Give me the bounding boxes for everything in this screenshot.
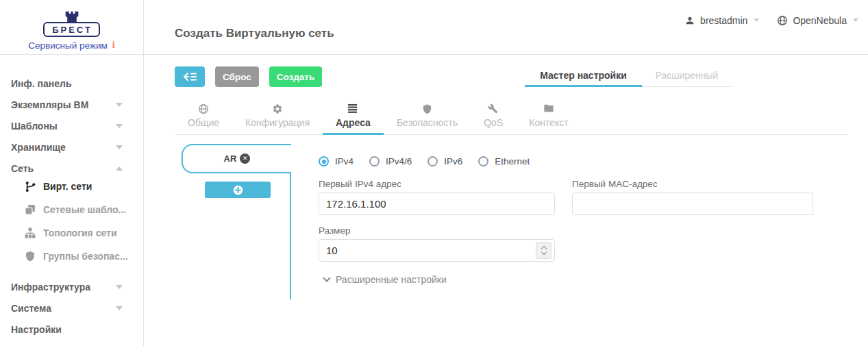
size-label: Размер — [319, 225, 350, 236]
chevron-up-icon — [116, 166, 123, 171]
chevron-down-icon — [116, 124, 123, 128]
sidebar-item-settings[interactable]: Настройки — [0, 319, 143, 340]
first-mac-input[interactable] — [572, 193, 813, 215]
sidebar-item-network-topology[interactable]: Топология сети — [0, 221, 143, 245]
castle-icon — [60, 10, 84, 23]
top-header: Создать Виртуальную сеть brestadmin Open… — [144, 0, 868, 55]
folder-icon — [543, 103, 554, 114]
radio-ethernet[interactable]: Ethernet — [478, 156, 530, 166]
tab-configuration[interactable]: Конфигурация — [232, 101, 323, 135]
list-icon — [347, 103, 358, 114]
shield-icon — [25, 251, 36, 262]
user-area: brestadmin OpenNebula — [684, 15, 858, 26]
chevron-down-icon — [323, 274, 330, 282]
chevron-down-icon — [541, 249, 546, 255]
network-submenu: Вирт. сети Сетевые шабло... Топология се… — [0, 175, 143, 268]
chevron-down-icon — [116, 103, 123, 107]
size-input[interactable] — [319, 239, 555, 262]
sidebar-menu: Инф. панель Экземпляры ВМ Шаблоны Хранил… — [0, 55, 143, 340]
wizard-mode-tabs: Мастер настройки Расширенный — [525, 66, 732, 87]
chevron-down-icon — [754, 18, 759, 22]
back-to-list-button[interactable] — [175, 66, 205, 87]
brest-logo: БРЕСТ — [43, 22, 100, 37]
sidebar-item-dashboard[interactable]: Инф. панель — [0, 73, 143, 94]
radio-ipv4-6[interactable]: IPv4/6 — [369, 156, 412, 166]
create-button[interactable]: Создать — [269, 66, 323, 87]
size-stepper[interactable] — [536, 242, 551, 259]
layers-icon — [25, 204, 36, 216]
ar-tab-label: AR — [224, 153, 237, 164]
sidebar-item-vm-instances[interactable]: Экземпляры ВМ — [0, 94, 143, 115]
chevron-down-icon — [853, 18, 858, 22]
info-icon[interactable]: i — [112, 40, 115, 51]
add-address-range-button[interactable] — [205, 182, 271, 198]
user-menu[interactable]: brestadmin — [684, 15, 759, 26]
sidebar-item-network-templates[interactable]: Сетевые шабло... — [0, 198, 143, 221]
shield-icon — [422, 103, 433, 114]
tab-advanced[interactable]: Расширенный — [642, 66, 732, 87]
user-menu-label: brestadmin — [700, 15, 747, 26]
service-mode: Сервисный режим i — [28, 40, 114, 51]
sidebar-item-system[interactable]: Система — [0, 297, 143, 319]
sidebar-item-storage[interactable]: Хранилище — [0, 136, 143, 158]
brand-block: БРЕСТ Сервисный режим i — [0, 0, 143, 55]
reset-button[interactable]: Сброс — [215, 66, 259, 87]
radio-ipv4-control[interactable] — [319, 156, 329, 166]
zone-menu[interactable]: OpenNebula — [777, 15, 858, 26]
advanced-settings-label: Расширенные настройки — [336, 274, 447, 285]
tab-addresses[interactable]: Адреса — [323, 101, 384, 135]
sidebar-item-infrastructure[interactable]: Инфраструктура — [0, 276, 143, 297]
ar-panel-divider — [290, 172, 291, 299]
chevron-down-icon — [116, 306, 123, 310]
address-type-options: IPv4 IPv4/6 IPv6 Ethernet — [319, 156, 530, 166]
tab-general[interactable]: Общие — [175, 101, 232, 135]
sitemap-icon — [25, 227, 36, 239]
gear-icon — [272, 103, 283, 114]
sidebar-item-virtual-networks[interactable]: Вирт. сети — [0, 175, 143, 198]
branch-icon — [25, 181, 36, 193]
radio-ipv4-6-control[interactable] — [369, 156, 380, 166]
plus-circle-icon — [233, 185, 243, 195]
globe-icon — [198, 103, 209, 114]
form-toolbar: Сброс Создать — [175, 66, 332, 87]
radio-ipv6-control[interactable] — [427, 156, 438, 166]
radio-ethernet-control[interactable] — [478, 156, 488, 166]
chevron-down-icon — [116, 285, 123, 289]
user-icon — [684, 15, 695, 26]
sidebar-item-templates[interactable]: Шаблоны — [0, 115, 143, 136]
sidebar-item-security-groups[interactable]: Группы безопас... — [0, 245, 143, 268]
first-ipv4-input[interactable] — [319, 193, 555, 215]
section-tabs: Общие Конфигурация Адреса Безопасность — [175, 101, 847, 135]
close-icon[interactable]: ✕ — [240, 153, 250, 164]
tab-qos[interactable]: QoS — [471, 101, 516, 135]
service-mode-label: Сервисный режим — [28, 40, 107, 51]
arrow-left-list-icon — [182, 72, 197, 82]
wrench-icon — [488, 103, 499, 114]
app-root: БРЕСТ Сервисный режим i Инф. панель Экзе… — [0, 0, 868, 346]
advanced-settings-toggle[interactable]: Расширенные настройки — [324, 274, 447, 285]
page-title: Создать Виртуальную сеть — [175, 27, 334, 40]
first-mac-label: Первый MAC-адрес — [572, 179, 658, 189]
tab-security[interactable]: Безопасность — [384, 101, 471, 135]
radio-ipv6[interactable]: IPv6 — [427, 156, 462, 166]
tab-context[interactable]: Контекст — [516, 101, 581, 135]
globe-icon — [777, 15, 788, 26]
chevron-down-icon — [116, 145, 123, 149]
ar-tab[interactable]: AR ✕ — [182, 144, 291, 173]
first-ipv4-label: Первый IPv4 адрес — [319, 179, 401, 189]
radio-ipv4[interactable]: IPv4 — [319, 156, 354, 166]
tab-wizard[interactable]: Мастер настройки — [525, 66, 642, 87]
zone-menu-label: OpenNebula — [793, 15, 847, 26]
sidebar: БРЕСТ Сервисный режим i Инф. панель Экзе… — [0, 0, 144, 346]
main-area: Создать Виртуальную сеть brestadmin Open… — [144, 0, 868, 346]
